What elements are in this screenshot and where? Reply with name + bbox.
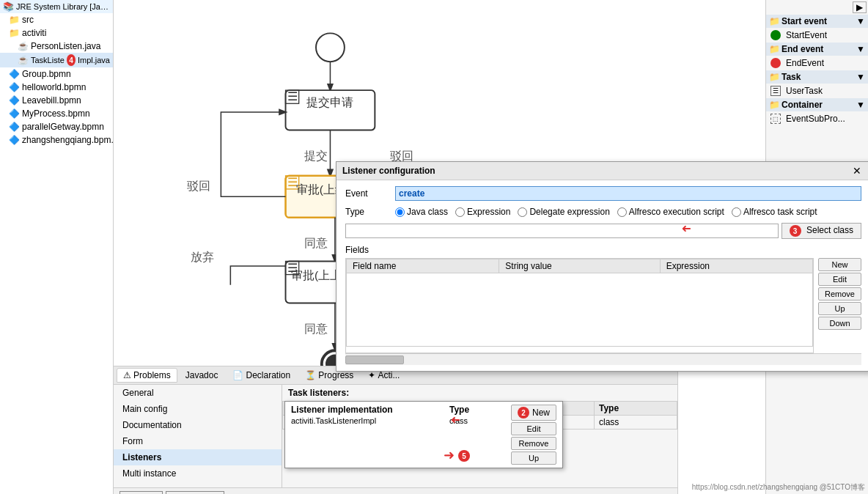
scrollbar-thumb bbox=[345, 355, 404, 364]
type-label: Type bbox=[345, 207, 389, 217]
tab-problems[interactable]: ⚠ Problems bbox=[117, 368, 177, 383]
radio-expression[interactable]: Expression bbox=[455, 207, 510, 217]
popup-up-button[interactable]: Up bbox=[511, 451, 556, 465]
event-field bbox=[395, 186, 861, 201]
panel-expand-icon[interactable]: ▶ bbox=[853, 1, 867, 13]
section-task: 📁 Task ▼ bbox=[766, 70, 868, 84]
bpmn-icon-hello: 🔷 bbox=[9, 82, 20, 92]
nav-documentation[interactable]: Documentation bbox=[114, 417, 282, 433]
svg-text:驳回: 驳回 bbox=[390, 150, 413, 162]
svg-text:提交申请: 提交申请 bbox=[306, 96, 353, 108]
fields-up-button[interactable]: Up bbox=[818, 302, 861, 315]
sidebar-item-src[interactable]: 📁 src bbox=[0, 13, 113, 26]
dialog-title: Listener configuration bbox=[342, 166, 435, 176]
item-user-task[interactable]: ☰ UserTask bbox=[766, 84, 868, 98]
user-task-shape: ☰ bbox=[770, 86, 781, 96]
bpmn-icon-leave: 🔷 bbox=[9, 95, 20, 106]
svg-text:放弃: 放弃 bbox=[191, 251, 214, 263]
sidebar-item-group[interactable]: 🔷 Group.bpmn bbox=[0, 67, 113, 81]
col-listener-type: Type bbox=[594, 402, 677, 416]
fields-label: Fields bbox=[345, 245, 861, 255]
fields-table: Field name String value Expression bbox=[346, 259, 813, 347]
ok-button[interactable]: OK bbox=[119, 491, 163, 494]
radio-delegate-expression[interactable]: Delegate expression bbox=[518, 207, 609, 217]
event-input[interactable] bbox=[395, 186, 861, 201]
sidebar-item-parallelgetway[interactable]: 🔷 parallelGetway.bpmn bbox=[0, 120, 113, 133]
fields-table-wrap: Field name String value Expression bbox=[345, 258, 814, 353]
sidebar-item-activiti[interactable]: 📁 activiti bbox=[0, 26, 113, 40]
fields-section: Fields Field name String value Expressio… bbox=[345, 245, 861, 365]
fields-empty-row bbox=[347, 273, 813, 347]
java-icon-task: ☕ bbox=[18, 55, 29, 65]
badge-3: 3 bbox=[790, 225, 801, 237]
fields-buttons: New Edit Remove Up Down bbox=[814, 258, 861, 353]
fields-new-button[interactable]: New bbox=[818, 258, 861, 271]
start-event-shape bbox=[770, 30, 781, 40]
section-start-event: 📁 Start event ▼ bbox=[766, 15, 868, 28]
event-label: Event bbox=[345, 188, 389, 199]
fields-scrollbar[interactable] bbox=[345, 353, 861, 365]
sidebar-item-myprocess[interactable]: 🔷 MyProcess.bpmn bbox=[0, 107, 113, 120]
popup-impl-col: Listener implementation activiti.TaskLis… bbox=[291, 405, 446, 465]
popup-edit-button[interactable]: Edit bbox=[511, 422, 556, 435]
bottom-nav: General Main config Documentation Form L… bbox=[114, 385, 282, 487]
cancel-button[interactable]: Cancel bbox=[166, 491, 224, 494]
nav-listeners[interactable]: Listeners bbox=[114, 449, 282, 465]
popup-type-header: Type bbox=[449, 405, 508, 415]
radio-group: Java class Expression Delegate expressio… bbox=[395, 207, 817, 217]
popup-type-col: Type class bbox=[449, 405, 508, 465]
class-input-field[interactable] bbox=[345, 224, 779, 238]
event-subprocess-shape: ⬚ bbox=[770, 114, 781, 124]
radio-alfresco-exec[interactable]: Alfresco execution script bbox=[617, 207, 724, 217]
select-class-button[interactable]: 3 Select class bbox=[781, 223, 861, 239]
tab-javadoc[interactable]: Javadoc bbox=[179, 368, 225, 383]
bpmn-icon-group: 🔷 bbox=[9, 69, 20, 79]
declaration-icon: 📄 bbox=[232, 370, 243, 380]
class-input-row: 3 Select class bbox=[345, 223, 861, 239]
col-string-value: String value bbox=[499, 259, 660, 273]
bpmn-icon-myprocess: 🔷 bbox=[9, 108, 20, 119]
radio-java-class[interactable]: Java class bbox=[395, 207, 448, 217]
acti-icon: ✦ bbox=[368, 370, 375, 380]
ok-cancel-row: OK Cancel bbox=[114, 487, 677, 494]
sidebar-item-helloworld[interactable]: 🔷 helloworld.bpmn bbox=[0, 81, 113, 94]
progress-icon: ⏳ bbox=[305, 370, 316, 380]
sidebar-item-personlisten[interactable]: ☕ PersonListen.java bbox=[0, 40, 113, 53]
nav-form[interactable]: Form bbox=[114, 433, 282, 449]
sidebar-item-zhangsheng[interactable]: 🔷 zhangshengqiang.bpm... bbox=[0, 133, 113, 147]
popup-remove-button[interactable]: Remove bbox=[511, 437, 556, 450]
fields-down-button[interactable]: Down bbox=[818, 317, 861, 330]
sidebar-item-taskliste[interactable]: ☕ TaskListe 4 Impl.java bbox=[0, 53, 113, 67]
watermark: https://blog.csdn.net/zhangshengqiang @5… bbox=[692, 482, 865, 493]
col-expression: Expression bbox=[660, 259, 812, 273]
popup-new-button[interactable]: 2 New bbox=[511, 405, 556, 421]
svg-text:驳回: 驳回 bbox=[187, 180, 210, 192]
nav-multiinstance[interactable]: Multi instance bbox=[114, 465, 282, 482]
type-row: Type Java class Expression Delegate expr… bbox=[345, 207, 861, 217]
item-event-subprocess[interactable]: ⬚ EventSubPro... bbox=[766, 111, 868, 126]
svg-text:同意: 同意 bbox=[304, 322, 328, 335]
sidebar-item-leavebill[interactable]: 🔷 Leavebill.bpmn bbox=[0, 94, 113, 107]
end-expand-arrow: ▼ bbox=[856, 44, 865, 54]
end-event-shape bbox=[770, 58, 781, 68]
item-end-event[interactable]: EndEvent bbox=[766, 56, 868, 70]
container-expand-arrow: ▼ bbox=[856, 100, 865, 110]
src-icon: 📁 bbox=[9, 15, 20, 25]
listener-popup-content: Listener implementation activiti.TaskLis… bbox=[285, 402, 562, 468]
listener-type-cell: class bbox=[594, 416, 677, 430]
radio-alfresco-task[interactable]: Alfresco task script bbox=[732, 207, 817, 217]
nav-general[interactable]: General bbox=[114, 385, 282, 401]
tab-declaration[interactable]: 📄 Declaration bbox=[226, 368, 297, 383]
sidebar-item-jre[interactable]: 📚 JRE System Library [JavaSE... bbox=[0, 0, 113, 13]
listener-config-dialog: Listener configuration ✕ Event Type Java… bbox=[336, 161, 868, 372]
jre-icon: 📚 bbox=[3, 1, 14, 12]
item-start-event[interactable]: StartEvent bbox=[766, 28, 868, 43]
activiti-icon: 📁 bbox=[9, 28, 20, 38]
dialog-close-button[interactable]: ✕ bbox=[850, 165, 864, 177]
fields-edit-button[interactable]: Edit bbox=[818, 273, 861, 286]
java-icon-person: ☕ bbox=[18, 41, 29, 51]
popup-impl-value: activiti.TaskListenerImpl bbox=[291, 416, 446, 425]
nav-mainconfig[interactable]: Main config bbox=[114, 401, 282, 417]
fields-remove-button[interactable]: Remove bbox=[818, 287, 861, 301]
svg-text:提交: 提交 bbox=[304, 150, 328, 162]
